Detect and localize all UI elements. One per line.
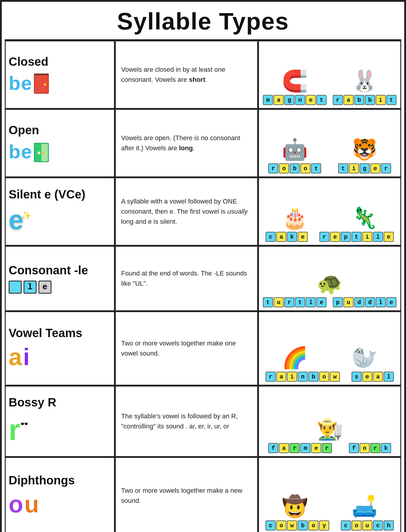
letter-tile: o xyxy=(308,520,318,531)
desc-cell-silente: A syllable with a vowel followed by ONE … xyxy=(115,177,258,246)
word-group: fork xyxy=(349,443,391,453)
letter-tile: o xyxy=(352,520,362,531)
letter-tile: f xyxy=(268,443,278,453)
row-title: Diphthongs xyxy=(9,474,75,487)
letter-tile: t xyxy=(295,297,305,307)
image-cell-open: 🤖 🐯 robot tiger xyxy=(258,109,401,177)
word-tiles: reptile xyxy=(319,232,394,242)
letter-tile: i xyxy=(376,95,386,105)
description: Vowels are closed in by at least one con… xyxy=(121,65,252,85)
word-group: magnet xyxy=(263,95,327,105)
row-title: Open xyxy=(9,123,39,137)
word-group: couch xyxy=(341,520,394,531)
word-group: robot xyxy=(268,163,321,173)
letter-tile: r xyxy=(284,297,294,307)
row-title: Consonant -le xyxy=(9,264,88,277)
desc-cell-closed: Vowels are closed in by at least one con… xyxy=(115,40,258,109)
illustration-1: 🤖 xyxy=(282,139,308,160)
label-cell-closed: Closed b e xyxy=(5,40,115,109)
illustrations: 🎂 🦎 xyxy=(261,207,398,228)
illustration-2: 🦭 xyxy=(352,347,377,368)
letter-tile: b xyxy=(298,520,308,531)
letter-tile: g xyxy=(360,163,370,173)
desc-cell-diphthongs: Two or more vowels together make a new s… xyxy=(115,457,258,532)
image-cell-vowelteams: 🌈 🦭 rainbow seal xyxy=(258,311,401,386)
word-tiles: robot xyxy=(268,163,321,173)
letter-tile: t xyxy=(352,232,362,242)
letter-tile: n xyxy=(298,372,308,382)
description: Vowels are open. (There is no consonant … xyxy=(121,133,252,153)
svg-point-2 xyxy=(44,83,46,86)
desc-cell-open: Vowels are open. (There is no consonant … xyxy=(115,109,258,177)
letter-tile: p xyxy=(333,297,343,307)
word-pairs: magnet rabbit xyxy=(261,95,398,105)
word-tiles: magnet xyxy=(263,95,327,105)
letter-tile: d xyxy=(365,297,375,307)
word-tiles: farmer xyxy=(268,443,332,453)
letter-tile: r xyxy=(266,372,276,382)
illustration-1: 👨‍🌾 xyxy=(317,419,343,439)
letter-tile: w xyxy=(330,372,340,382)
letter-tile: r xyxy=(319,232,330,242)
svg-point-8 xyxy=(38,151,40,154)
letter-tile: g xyxy=(284,95,294,105)
word-tiles: fork xyxy=(349,443,391,453)
page: Syllable Types Closed b e Vowels are clo… xyxy=(0,0,406,532)
letter-tile: l xyxy=(373,232,383,242)
letter-tile: i xyxy=(362,232,372,242)
illustration-2: 🛋️ xyxy=(352,496,377,517)
image-cell-bossyr: 👨‍🌾 farmer fork xyxy=(258,386,401,457)
letter-tile: e xyxy=(362,372,372,382)
word-tiles: cowboy xyxy=(266,520,329,531)
label-cell-consonantle: Consonant -le l e xyxy=(5,246,115,311)
letter-tile: p xyxy=(341,232,351,242)
letter-tile: e xyxy=(316,297,327,307)
image-cell-diphthongs: 🤠 🛋️ cowboy couch xyxy=(258,457,401,532)
image-cell-silente: 🎂 🦎 cake reptile xyxy=(258,177,401,246)
description: Two or more vowels together make a new s… xyxy=(121,486,252,506)
letter-tile: a xyxy=(279,443,289,453)
svg-point-7 xyxy=(42,152,44,154)
letter-tile: b xyxy=(354,95,364,105)
letter-tile: w xyxy=(287,520,297,531)
label-cell-vowelteams: Vowel Teams a i xyxy=(5,311,115,386)
letter-tile: y xyxy=(319,520,329,531)
letter-tile: l xyxy=(306,297,316,307)
label-cell-diphthongs: Diphthongs o u xyxy=(5,457,115,532)
illustration-1: 🤠 xyxy=(282,496,308,517)
letter-tile: o xyxy=(279,163,289,173)
word-group: turtle xyxy=(263,297,327,307)
row-title: Silent e (VCe) xyxy=(9,188,85,201)
letter-tile: t xyxy=(311,163,321,173)
svg-rect-3 xyxy=(34,73,49,75)
illustration-1: 🧲 xyxy=(282,71,308,91)
word-tiles: couch xyxy=(341,520,394,531)
letter-tile: e xyxy=(386,297,396,307)
word-group: reptile xyxy=(319,232,394,242)
letter-tile: u xyxy=(274,297,284,307)
word-group: rabbit xyxy=(333,95,396,105)
word-pairs: cake reptile xyxy=(261,232,398,242)
letter-tile: i xyxy=(349,163,359,173)
letter-tile: h xyxy=(384,520,394,531)
letter-tile: a xyxy=(373,372,383,382)
description: The syllable's vowel is followed by an R… xyxy=(121,411,252,431)
label-cell-bossyr: Bossy R r 🕶️ xyxy=(5,386,115,457)
letter-tile: n xyxy=(295,95,305,105)
row-title: Bossy R xyxy=(9,396,56,409)
word-tiles: puddle xyxy=(333,297,396,307)
syllable-grid: Closed b e Vowels are closed in by at le… xyxy=(5,39,401,532)
word-group: cake xyxy=(266,232,308,242)
letter-tile: b xyxy=(290,163,300,173)
letter-tile: e xyxy=(298,232,308,242)
letter-tile: l xyxy=(384,372,394,382)
letter-tile: o xyxy=(300,163,310,173)
letter-tile: m xyxy=(263,95,273,105)
letter-tile: c xyxy=(266,232,276,242)
label-cell-open: Open b e xyxy=(5,109,115,177)
letter-tile: t xyxy=(316,95,327,105)
illustration-2: 🦎 xyxy=(352,207,377,228)
description: A syllable with a vowel followed by ONE … xyxy=(121,196,252,227)
letter-tile: o xyxy=(319,372,329,382)
word-tiles: tiger xyxy=(338,163,391,173)
